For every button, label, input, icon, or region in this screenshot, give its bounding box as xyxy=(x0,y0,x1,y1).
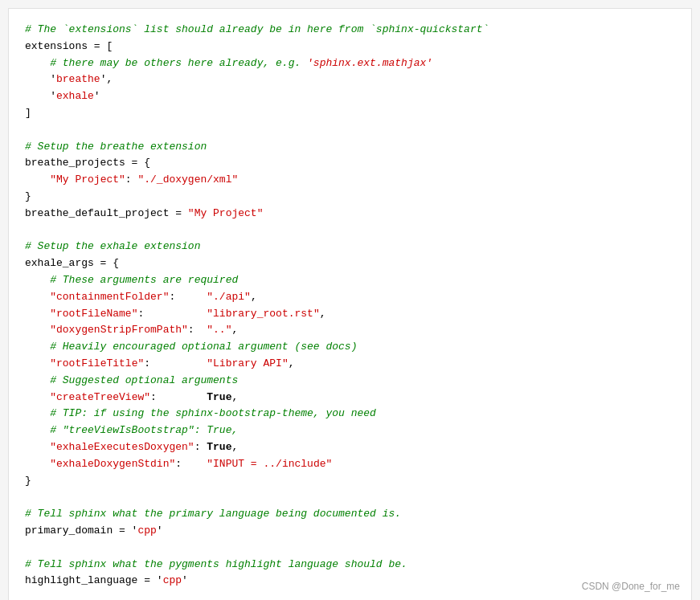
line-28: } xyxy=(25,473,675,490)
line-6: ] xyxy=(25,105,675,122)
line-14: # Setup the exhale extension xyxy=(25,239,675,255)
line-20: # Heavily encouraged optional argument (… xyxy=(25,339,675,356)
line-16: # These arguments are required xyxy=(25,272,675,289)
line-25: # "treeViewIsBootstrap": True, xyxy=(25,422,675,439)
line-22: # Suggested optional arguments xyxy=(25,373,675,390)
line-33: # Tell sphinx what the pygments highligh… xyxy=(25,557,675,573)
line-7 xyxy=(25,122,675,139)
watermark: CSDN @Done_for_me xyxy=(582,579,680,594)
line-8: # Setup the breathe extension xyxy=(25,139,675,156)
line-11: } xyxy=(25,189,675,206)
line-13 xyxy=(25,222,675,239)
line-32 xyxy=(25,540,675,557)
line-1: # The `extensions` list should already b… xyxy=(25,22,675,39)
line-23: "createTreeView": True, xyxy=(25,390,675,406)
line-19: "doxygenStripFromPath": "..", xyxy=(25,322,675,339)
line-5: 'exhale' xyxy=(25,88,675,105)
code-block: # The `extensions` list should already b… xyxy=(8,8,692,600)
line-26: "exhaleExecutesDoxygen": True, xyxy=(25,439,675,456)
line-30: # Tell sphinx what the primary language … xyxy=(25,506,675,523)
line-15: exhale_args = { xyxy=(25,255,675,272)
line-34: highlight_language = 'cpp' xyxy=(25,573,675,590)
line-24: # TIP: if using the sphinx-bootstrap-the… xyxy=(25,406,675,422)
line-29 xyxy=(25,489,675,506)
line-27: "exhaleDoxygenStdin": "INPUT = ../includ… xyxy=(25,456,675,473)
line-12: breathe_default_project = "My Project" xyxy=(25,206,675,222)
line-10: "My Project": "./_doxygen/xml" xyxy=(25,172,675,189)
line-21: "rootFileTitle": "Library API", xyxy=(25,356,675,373)
line-9: breathe_projects = { xyxy=(25,155,675,172)
line-2: extensions = [ xyxy=(25,39,675,55)
line-31: primary_domain = 'cpp' xyxy=(25,523,675,540)
line-18: "rootFileName": "library_root.rst", xyxy=(25,306,675,323)
line-17: "containmentFolder": "./api", xyxy=(25,289,675,306)
line-4: 'breathe', xyxy=(25,71,675,88)
line-3: # there may be others here already, e.g.… xyxy=(25,55,675,72)
